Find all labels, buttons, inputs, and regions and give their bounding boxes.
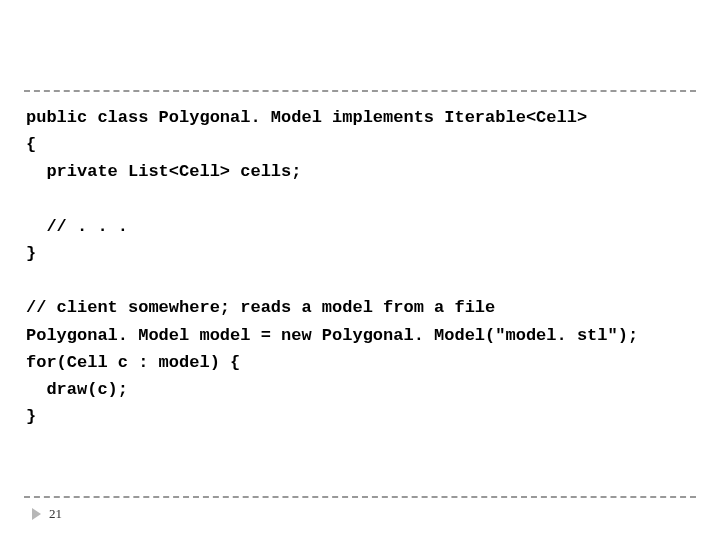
- page-number: 21: [49, 506, 62, 522]
- footer: 21: [24, 496, 696, 522]
- divider-bottom: [24, 496, 696, 498]
- code-line: // . . .: [26, 217, 128, 236]
- code-line: {: [26, 135, 36, 154]
- arrow-right-icon: [32, 508, 41, 520]
- code-line: public class Polygonal. Model implements…: [26, 108, 587, 127]
- slide: public class Polygonal. Model implements…: [0, 0, 720, 540]
- code-line: Polygonal. Model model = new Polygonal. …: [26, 326, 638, 345]
- code-line: private List<Cell> cells;: [26, 162, 301, 181]
- code-line: // client somewhere; reads a model from …: [26, 298, 495, 317]
- code-line: }: [26, 244, 36, 263]
- divider-top: [24, 90, 696, 92]
- code-line: for(Cell c : model) {: [26, 353, 240, 372]
- code-line: }: [26, 407, 36, 426]
- code-line: draw(c);: [26, 380, 128, 399]
- code-block: public class Polygonal. Model implements…: [24, 104, 696, 496]
- footer-row: 21: [24, 506, 696, 522]
